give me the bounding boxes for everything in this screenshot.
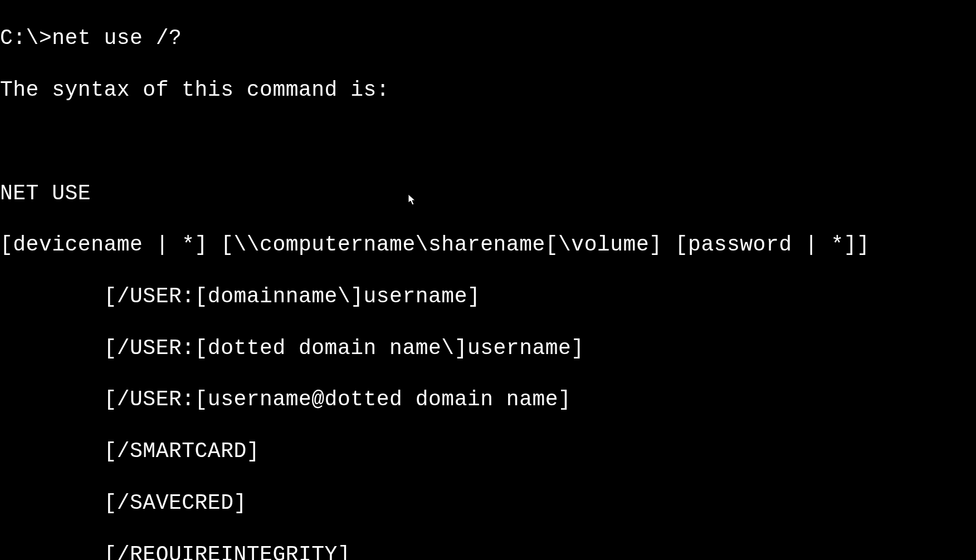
output-line: [/USER:[domainname\]username] bbox=[0, 284, 976, 310]
output-line: The syntax of this command is: bbox=[0, 77, 976, 103]
output-line bbox=[0, 129, 976, 155]
output-line: [/USER:[dotted domain name\]username] bbox=[0, 336, 976, 361]
output-line: NET USE bbox=[0, 181, 976, 207]
terminal-output[interactable]: C:\>net use /? The syntax of this comman… bbox=[0, 0, 976, 560]
output-line: [/SMARTCARD] bbox=[0, 439, 976, 464]
prompt-line: C:\>net use /? bbox=[0, 26, 976, 51]
output-line: [devicename | *] [\\computername\sharena… bbox=[0, 232, 976, 258]
output-line: [/USER:[username@dotted domain name] bbox=[0, 387, 976, 412]
output-line: [/REQUIREINTEGRITY] bbox=[0, 542, 976, 560]
output-line: [/SAVECRED] bbox=[0, 490, 976, 516]
